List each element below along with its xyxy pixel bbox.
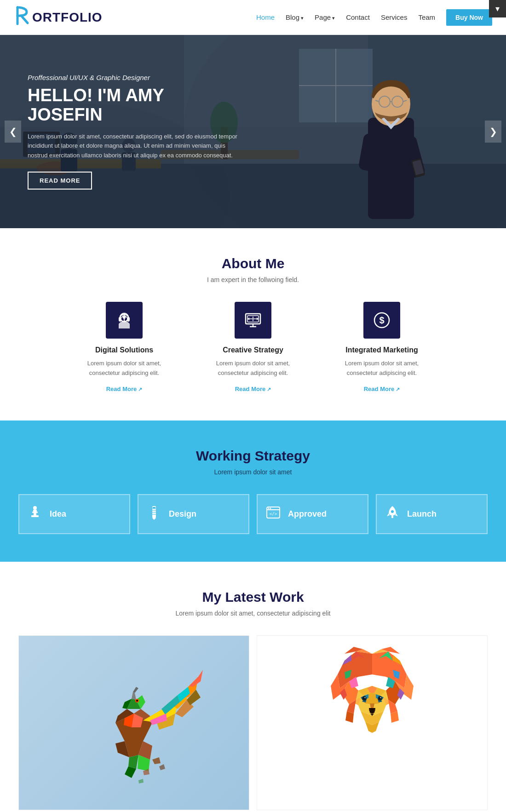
svg-point-117	[364, 697, 365, 698]
svg-marker-80	[189, 670, 203, 687]
svg-marker-97	[159, 764, 165, 770]
buy-now-button[interactable]: Buy Now	[446, 9, 492, 26]
digital-solutions-icon	[106, 302, 143, 339]
work-item-lion[interactable]	[257, 635, 488, 810]
strategy-title: Working Strategy	[18, 448, 488, 464]
svg-rect-66	[391, 515, 393, 518]
svg-point-76	[136, 700, 138, 702]
navbar: ORTFOLIO Home Blog Page Contact Services…	[0, 0, 506, 35]
nav-links: Home Blog Page Contact Services Team Buy…	[256, 9, 492, 26]
svg-point-65	[391, 510, 394, 513]
work-title: My Latest Work	[18, 589, 488, 605]
logo[interactable]: ORTFOLIO	[14, 6, 103, 29]
digital-solutions-read-more[interactable]: Read More	[106, 386, 143, 392]
nav-contact[interactable]: Contact	[346, 13, 370, 21]
svg-rect-20	[368, 118, 414, 219]
integrated-marketing-desc: Lorem ipsum dolor sit amet, consectetur …	[331, 359, 432, 378]
step-idea-label: Idea	[50, 509, 66, 519]
svg-point-123	[380, 697, 381, 698]
svg-rect-51	[31, 515, 39, 517]
nav-services[interactable]: Services	[381, 13, 408, 21]
svg-point-48	[33, 506, 37, 510]
svg-rect-54	[153, 507, 155, 508]
about-card-digital: Digital Solutions Lorem ipsum dolor sit …	[74, 302, 175, 393]
hero-content: Proffessional UI/UX & Graphic Designer H…	[0, 74, 267, 190]
creative-strategy-read-more[interactable]: Read More	[235, 386, 271, 392]
approved-icon: </>	[265, 505, 282, 523]
strategy-steps: Idea Design	[18, 494, 488, 534]
svg-marker-95	[152, 757, 161, 764]
work-subtitle: Lorem ipsum dolor sit amet, consectetur …	[18, 610, 488, 617]
strategy-subtitle: Lorem ipsum dolor sit amet	[18, 468, 488, 476]
svg-point-34	[123, 316, 126, 319]
about-card-marketing: $ Integrated Marketing Lorem ipsum dolor…	[331, 302, 432, 393]
step-launch-label: Launch	[407, 509, 437, 519]
work-item-bird[interactable]	[18, 635, 249, 810]
hero-person-svg	[331, 44, 451, 228]
svg-marker-98	[138, 779, 144, 783]
work-section: My Latest Work Lorem ipsum dolor sit ame…	[0, 562, 506, 812]
strategy-section: Working Strategy Lorem ipsum dolor sit a…	[0, 420, 506, 562]
step-idea[interactable]: Idea	[18, 494, 130, 534]
creative-strategy-icon	[235, 302, 271, 339]
design-icon	[146, 505, 162, 523]
svg-rect-49	[33, 510, 37, 512]
svg-rect-35	[119, 317, 121, 322]
svg-text:$: $	[379, 315, 384, 325]
about-section: About Me I am expert in the follwoing fi…	[0, 228, 506, 420]
svg-marker-59	[152, 518, 156, 520]
hero-description: Lorem ipsum dolor sit amet, consectetur …	[28, 132, 239, 161]
nav-blog[interactable]: Blog	[286, 13, 304, 21]
svg-point-63	[270, 507, 271, 509]
nav-team[interactable]: Team	[418, 13, 435, 21]
svg-text:</>: </>	[270, 512, 277, 516]
logo-text: ORTFOLIO	[32, 10, 103, 25]
about-title: About Me	[14, 256, 492, 271]
hamburger-icon[interactable]: ▾	[489, 0, 506, 17]
creative-strategy-desc: Lorem ipsum dolor sit amet, consectetur …	[202, 359, 304, 378]
lion-artwork	[303, 645, 441, 801]
nav-page[interactable]: Page	[315, 13, 335, 21]
work-grid	[18, 635, 488, 810]
svg-marker-74	[133, 687, 138, 693]
hero-subtitle: Proffessional UI/UX & Graphic Designer	[28, 74, 239, 81]
step-design-label: Design	[169, 509, 196, 519]
creative-strategy-title: Creative Strategy	[202, 346, 304, 354]
step-approved[interactable]: </> Approved	[257, 494, 368, 534]
nav-home[interactable]: Home	[256, 13, 275, 21]
svg-rect-52	[34, 513, 36, 515]
svg-rect-36	[127, 317, 130, 322]
idea-icon	[27, 505, 43, 523]
svg-rect-50	[32, 512, 38, 513]
logo-icon	[14, 6, 30, 29]
step-approved-label: Approved	[288, 509, 327, 519]
hero-next-button[interactable]: ❯	[485, 121, 501, 143]
bird-artwork	[60, 649, 207, 796]
hero-section: Proffessional UI/UX & Graphic Designer H…	[0, 35, 506, 228]
digital-solutions-desc: Lorem ipsum dolor sit amet, consectetur …	[74, 359, 175, 378]
svg-point-62	[268, 507, 270, 509]
svg-marker-73	[132, 692, 136, 700]
step-launch[interactable]: Launch	[376, 494, 488, 534]
integrated-marketing-icon: $	[363, 302, 400, 339]
digital-solutions-title: Digital Solutions	[74, 346, 175, 354]
integrated-marketing-title: Integrated Marketing	[331, 346, 432, 354]
integrated-marketing-read-more[interactable]: Read More	[364, 386, 400, 392]
hero-prev-button[interactable]: ❮	[5, 121, 21, 143]
hero-title: HELLO! I'M AMY JOSEFIN	[28, 86, 239, 125]
about-card-creative: Creative Strategy Lorem ipsum dolor sit …	[202, 302, 304, 393]
step-design[interactable]: Design	[138, 494, 249, 534]
about-subtitle: I am expert in the follwoing field.	[14, 276, 492, 283]
hero-read-more-button[interactable]: READ MORE	[28, 172, 92, 190]
launch-icon	[384, 505, 401, 523]
about-cards: Digital Solutions Lorem ipsum dolor sit …	[14, 302, 492, 393]
